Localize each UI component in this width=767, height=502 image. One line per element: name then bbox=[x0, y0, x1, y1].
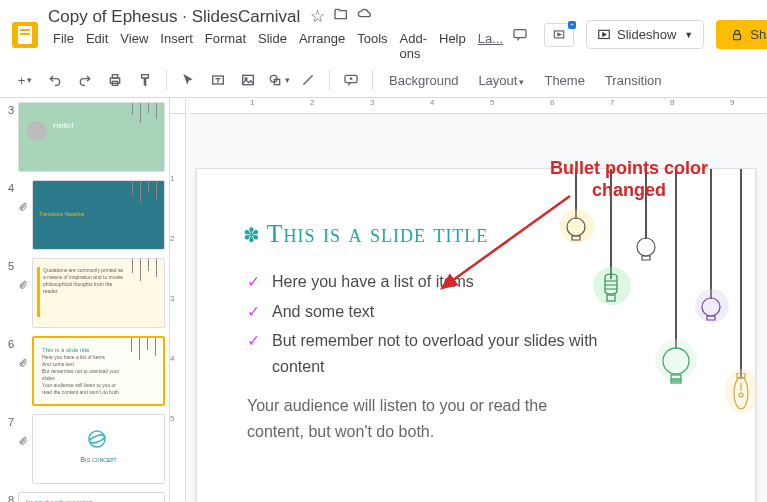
slide-number: 4 bbox=[4, 180, 14, 194]
menu-help[interactable]: Help bbox=[434, 29, 471, 63]
toolbar: +▾ ▾ Background Layout▾ Theme Transition bbox=[0, 63, 767, 98]
checkmark-icon: ✓ bbox=[247, 299, 260, 325]
list-item: ✓But remember not to overload your slide… bbox=[247, 328, 607, 379]
layout-button[interactable]: Layout▾ bbox=[470, 73, 532, 88]
comments-icon[interactable] bbox=[508, 23, 532, 47]
slide-canvas[interactable]: ✽This is a slide title ✓Here you have a … bbox=[196, 168, 756, 502]
svg-point-19 bbox=[663, 348, 689, 374]
attachment-icon bbox=[18, 180, 28, 215]
menu-addons[interactable]: Add-ons bbox=[395, 29, 432, 63]
present-icon[interactable]: + bbox=[544, 23, 574, 47]
svg-rect-8 bbox=[243, 75, 254, 84]
ruler-corner bbox=[170, 98, 186, 114]
menu-edit[interactable]: Edit bbox=[81, 29, 113, 63]
slide-thumbnail[interactable]: Transitions Headline bbox=[32, 180, 165, 250]
svg-rect-17 bbox=[607, 295, 615, 301]
lock-icon bbox=[730, 28, 744, 42]
menu-slide[interactable]: Slide bbox=[253, 29, 292, 63]
filmstrip[interactable]: 3 Hello! 4 Transitions Headline 5 Quotat… bbox=[0, 98, 170, 502]
line-tool[interactable] bbox=[295, 67, 321, 93]
paint-format-button[interactable] bbox=[132, 67, 158, 93]
slide-thumbnail[interactable]: You can also split your content bbox=[18, 492, 165, 502]
horizontal-ruler[interactable]: 1 2 3 4 5 6 7 8 9 bbox=[190, 98, 767, 114]
title-area: Copy of Ephesus · SlidesCarnival ☆ File … bbox=[48, 6, 508, 63]
header-right: + Slideshow ▼ Share bbox=[508, 20, 767, 49]
print-button[interactable] bbox=[102, 67, 128, 93]
share-label: Share bbox=[750, 27, 767, 42]
slide-number: 7 bbox=[4, 414, 14, 428]
checkmark-icon: ✓ bbox=[247, 269, 260, 295]
lightbulbs-decoration bbox=[555, 169, 755, 449]
menu-last-edit[interactable]: La... bbox=[473, 29, 508, 63]
menu-file[interactable]: File bbox=[48, 29, 79, 63]
svg-rect-5 bbox=[112, 75, 117, 78]
shape-tool[interactable]: ▾ bbox=[265, 67, 291, 93]
slide-thumbnail[interactable]: Big concept bbox=[32, 414, 165, 484]
slide-number: 6 bbox=[4, 336, 14, 350]
attachment-icon bbox=[18, 414, 28, 449]
svg-rect-3 bbox=[734, 34, 741, 39]
annotation-text: Bullet points color changed bbox=[550, 158, 708, 201]
move-icon[interactable] bbox=[333, 6, 349, 27]
comment-tool[interactable] bbox=[338, 67, 364, 93]
cloud-icon[interactable] bbox=[357, 6, 373, 27]
list-item: ✓Here you have a list of items bbox=[247, 269, 607, 295]
slides-logo[interactable] bbox=[12, 22, 38, 48]
asterisk-icon: ✽ bbox=[243, 224, 261, 246]
slide-body[interactable]: ✓Here you have a list of items ✓And some… bbox=[247, 269, 607, 445]
background-button[interactable]: Background bbox=[381, 73, 466, 88]
list-item: ✓And some text bbox=[247, 299, 607, 325]
theme-button[interactable]: Theme bbox=[536, 73, 592, 88]
checkmark-icon: ✓ bbox=[247, 328, 260, 379]
textbox-tool[interactable] bbox=[205, 67, 231, 93]
menu-format[interactable]: Format bbox=[200, 29, 251, 63]
slide-number: 3 bbox=[4, 102, 14, 116]
slide-thumbnail[interactable]: Quotations are commonly printed as a mea… bbox=[32, 258, 165, 328]
menu-insert[interactable]: Insert bbox=[155, 29, 198, 63]
slideshow-button[interactable]: Slideshow ▼ bbox=[586, 20, 704, 49]
svg-point-16 bbox=[567, 218, 585, 236]
play-rect-icon bbox=[597, 28, 611, 42]
transition-button[interactable]: Transition bbox=[597, 73, 670, 88]
menu-view[interactable]: View bbox=[115, 29, 153, 63]
attachment-icon bbox=[18, 258, 28, 293]
new-slide-button[interactable]: +▾ bbox=[12, 67, 38, 93]
share-button[interactable]: Share bbox=[716, 20, 767, 49]
menu-tools[interactable]: Tools bbox=[352, 29, 392, 63]
svg-point-18 bbox=[637, 238, 655, 256]
slide-thumbnail[interactable]: Hello! bbox=[18, 102, 165, 172]
document-title[interactable]: Copy of Ephesus · SlidesCarnival bbox=[48, 7, 300, 27]
svg-rect-0 bbox=[514, 29, 526, 37]
chevron-down-icon: ▼ bbox=[684, 30, 693, 40]
select-tool[interactable] bbox=[175, 67, 201, 93]
slide-title[interactable]: ✽This is a slide title bbox=[227, 219, 488, 249]
svg-point-14 bbox=[89, 433, 106, 444]
svg-point-21 bbox=[702, 298, 720, 316]
slide-thumbnail[interactable]: This is a slide titleHere you have a lis… bbox=[32, 336, 165, 406]
slide-number: 8 bbox=[4, 492, 14, 502]
menu-arrange[interactable]: Arrange bbox=[294, 29, 350, 63]
slideshow-label: Slideshow bbox=[617, 27, 676, 42]
svg-point-24 bbox=[739, 393, 743, 397]
header: Copy of Ephesus · SlidesCarnival ☆ File … bbox=[0, 0, 767, 63]
main: 3 Hello! 4 Transitions Headline 5 Quotat… bbox=[0, 98, 767, 502]
star-icon[interactable]: ☆ bbox=[310, 6, 325, 27]
vertical-ruler[interactable]: 1 2 3 4 5 bbox=[170, 114, 186, 502]
slide-number: 5 bbox=[4, 258, 14, 272]
canvas-area: 1 2 3 4 5 6 7 8 9 1 2 3 4 5 Bullet point… bbox=[170, 98, 767, 502]
menu-bar: File Edit View Insert Format Slide Arran… bbox=[48, 29, 508, 63]
image-tool[interactable] bbox=[235, 67, 261, 93]
redo-button[interactable] bbox=[72, 67, 98, 93]
attachment-icon bbox=[18, 336, 28, 371]
undo-button[interactable] bbox=[42, 67, 68, 93]
slide-paragraph: Your audience will listen to you or read… bbox=[247, 393, 607, 444]
